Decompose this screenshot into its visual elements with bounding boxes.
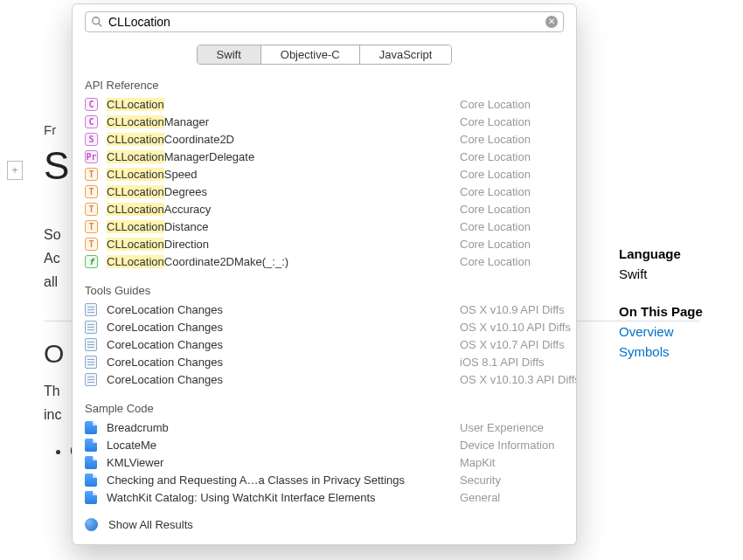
result-module: MapKit bbox=[460, 456, 495, 469]
kind-badge: f bbox=[85, 255, 98, 268]
result-module: Core Location bbox=[460, 185, 531, 198]
result-name: LocateMe bbox=[107, 439, 156, 452]
api-result-row[interactable]: TCLLocationDistanceCore Location bbox=[81, 218, 567, 235]
tab-swift[interactable]: Swift bbox=[198, 45, 261, 64]
guide-result-row[interactable]: CoreLocation ChangesOS X v10.7 API Diffs bbox=[81, 335, 567, 353]
guide-result-row[interactable]: CoreLocation ChangesOS X v10.9 API Diffs bbox=[81, 301, 567, 318]
kind-badge: C bbox=[85, 115, 98, 128]
kind-badge: C bbox=[85, 98, 98, 111]
results-pane: API Reference CCLLocationCore LocationCC… bbox=[73, 73, 576, 544]
result-name: CLLocationCoordinate2D bbox=[107, 133, 234, 146]
api-result-row[interactable]: TCLLocationDegreesCore Location bbox=[81, 183, 567, 200]
api-result-row[interactable]: TCLLocationDirectionCore Location bbox=[81, 235, 567, 252]
api-result-row[interactable]: SCLLocationCoordinate2DCore Location bbox=[81, 130, 567, 148]
result-module: iOS 8.1 API Diffs bbox=[460, 356, 545, 369]
result-module: Device Information bbox=[460, 439, 554, 452]
tab-javascript[interactable]: JavaScript bbox=[360, 45, 452, 64]
svg-line-1 bbox=[99, 24, 102, 27]
result-name: CLLocationSpeed bbox=[107, 168, 197, 181]
result-name: CLLocationAccuracy bbox=[107, 203, 211, 216]
result-name: Checking and Requesting A…a Classes in P… bbox=[107, 474, 405, 487]
result-name: CLLocationDistance bbox=[107, 220, 208, 233]
section-header-api: API Reference bbox=[81, 73, 567, 95]
search-popover: ✕ Swift Objective-C JavaScript API Refer… bbox=[72, 3, 577, 545]
result-module: OS X v10.9 API Diffs bbox=[460, 303, 565, 316]
result-name: CoreLocation Changes bbox=[107, 356, 223, 369]
tab-objective-c[interactable]: Objective-C bbox=[261, 45, 360, 64]
language-label: Language bbox=[619, 246, 724, 261]
api-result-row[interactable]: fCLLocationCoordinate2DMake(_:_:)Core Lo… bbox=[81, 252, 567, 270]
api-result-row[interactable]: PrCLLocationManagerDelegateCore Location bbox=[81, 148, 567, 165]
result-name: CLLocationDirection bbox=[107, 238, 209, 251]
result-module: Core Location bbox=[460, 115, 531, 128]
document-icon bbox=[85, 321, 97, 334]
result-module: OS X v10.7 API Diffs bbox=[460, 338, 565, 351]
result-name: WatchKit Catalog: Using WatchKit Interfa… bbox=[107, 491, 376, 504]
api-result-row[interactable]: CCLLocationManagerCore Location bbox=[81, 113, 567, 130]
result-name: CLLocationCoordinate2DMake(_:_:) bbox=[107, 255, 288, 268]
kind-badge: T bbox=[85, 203, 98, 216]
result-module: OS X v10.10 API Diffs bbox=[460, 321, 571, 334]
right-sidebar: Language Swift On This Page Overview Sym… bbox=[619, 246, 724, 364]
guide-result-row[interactable]: CoreLocation ChangesiOS 8.1 API Diffs bbox=[81, 353, 567, 370]
kind-badge: Pr bbox=[85, 150, 98, 163]
sample-icon bbox=[85, 474, 97, 487]
sample-result-row[interactable]: WatchKit Catalog: Using WatchKit Interfa… bbox=[81, 488, 567, 506]
search-field-wrapper[interactable]: ✕ bbox=[85, 11, 564, 32]
result-module: User Experience bbox=[460, 421, 544, 434]
result-name: CLLocationManager bbox=[107, 115, 209, 128]
toc-link-overview[interactable]: Overview bbox=[619, 324, 724, 339]
kind-badge: S bbox=[85, 133, 98, 146]
kind-badge: T bbox=[85, 185, 98, 198]
result-module: OS X v10.10.3 API Diffs bbox=[460, 373, 576, 386]
result-module: Security bbox=[460, 474, 501, 487]
result-module: Core Location bbox=[460, 255, 531, 268]
result-name: CoreLocation Changes bbox=[107, 338, 223, 351]
search-row: ✕ bbox=[73, 4, 576, 39]
api-result-row[interactable]: CCLLocationCore Location bbox=[81, 95, 567, 113]
search-input[interactable] bbox=[108, 15, 545, 29]
sample-result-row[interactable]: Checking and Requesting A…a Classes in P… bbox=[81, 471, 567, 488]
bookmark-icon[interactable]: + bbox=[7, 161, 23, 180]
result-module: Core Location bbox=[460, 133, 531, 146]
language-tabs: Swift Objective-C JavaScript bbox=[73, 39, 576, 73]
result-name: Breadcrumb bbox=[107, 421, 169, 434]
section-header-tools: Tools Guides bbox=[81, 279, 567, 301]
search-icon bbox=[91, 16, 103, 28]
result-name: CoreLocation Changes bbox=[107, 303, 223, 316]
result-module: Core Location bbox=[460, 203, 531, 216]
sample-icon bbox=[85, 491, 97, 504]
result-name: CoreLocation Changes bbox=[107, 373, 223, 386]
document-icon bbox=[85, 356, 97, 369]
show-all-results[interactable]: Show All Results bbox=[81, 506, 567, 535]
clear-search-icon[interactable]: ✕ bbox=[545, 16, 558, 28]
result-module: Core Location bbox=[460, 168, 531, 181]
show-all-label: Show All Results bbox=[108, 518, 193, 531]
kind-badge: T bbox=[85, 168, 98, 181]
result-name: CoreLocation Changes bbox=[107, 321, 223, 334]
guide-result-row[interactable]: CoreLocation ChangesOS X v10.10 API Diff… bbox=[81, 318, 567, 335]
section-header-sample: Sample Code bbox=[81, 397, 567, 418]
sample-icon bbox=[85, 456, 97, 469]
guide-result-row[interactable]: CoreLocation ChangesOS X v10.10.3 API Di… bbox=[81, 370, 567, 388]
result-name: KMLViewer bbox=[107, 456, 163, 469]
globe-icon bbox=[85, 518, 98, 531]
sample-result-row[interactable]: LocateMeDevice Information bbox=[81, 436, 567, 453]
toc-link-symbols[interactable]: Symbols bbox=[619, 344, 724, 359]
document-icon bbox=[85, 373, 97, 386]
sample-icon bbox=[85, 439, 97, 452]
sample-result-row[interactable]: BreadcrumbUser Experience bbox=[81, 418, 567, 436]
sample-result-row[interactable]: KMLViewerMapKit bbox=[81, 453, 567, 471]
result-module: Core Location bbox=[460, 238, 531, 251]
result-module: Core Location bbox=[460, 150, 531, 163]
result-name: CLLocationManagerDelegate bbox=[107, 150, 254, 163]
kind-badge: T bbox=[85, 238, 98, 251]
on-this-page-label: On This Page bbox=[619, 304, 724, 319]
api-result-row[interactable]: TCLLocationSpeedCore Location bbox=[81, 165, 567, 183]
sample-icon bbox=[85, 421, 97, 434]
language-value: Swift bbox=[619, 266, 724, 281]
api-result-row[interactable]: TCLLocationAccuracyCore Location bbox=[81, 200, 567, 218]
result-name: CLLocation bbox=[107, 98, 164, 111]
result-module: General bbox=[460, 491, 500, 504]
segmented-control: Swift Objective-C JavaScript bbox=[197, 45, 453, 65]
